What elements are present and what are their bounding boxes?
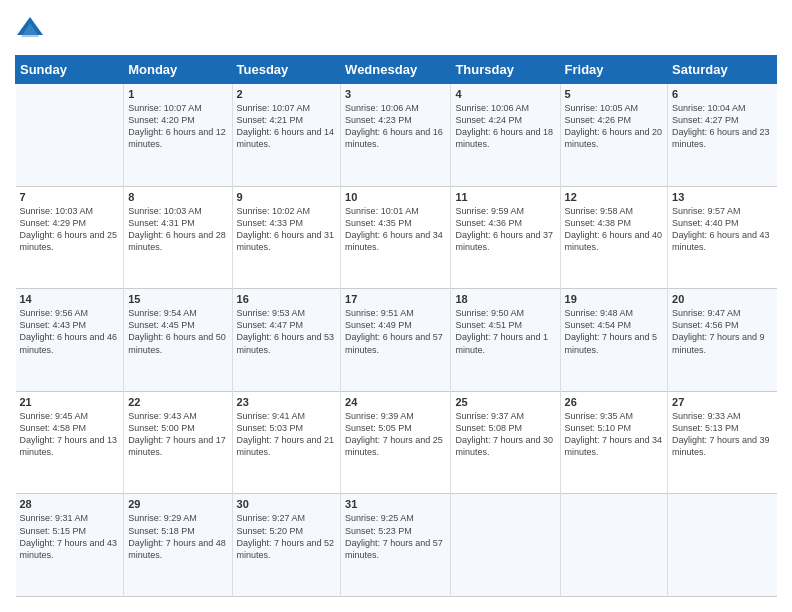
day-info: Sunrise: 9:57 AMSunset: 4:40 PMDaylight:… <box>672 205 772 254</box>
calendar-cell: 4Sunrise: 10:06 AMSunset: 4:24 PMDayligh… <box>451 84 560 187</box>
weekday-wednesday: Wednesday <box>341 56 451 84</box>
weekday-row: SundayMondayTuesdayWednesdayThursdayFrid… <box>16 56 777 84</box>
calendar-cell: 2Sunrise: 10:07 AMSunset: 4:21 PMDayligh… <box>232 84 341 187</box>
day-info: Sunrise: 10:04 AMSunset: 4:27 PMDaylight… <box>672 102 772 151</box>
calendar-cell: 31Sunrise: 9:25 AMSunset: 5:23 PMDayligh… <box>341 494 451 597</box>
day-info: Sunrise: 9:51 AMSunset: 4:49 PMDaylight:… <box>345 307 446 356</box>
logo-icon <box>15 15 45 45</box>
day-info: Sunrise: 9:35 AMSunset: 5:10 PMDaylight:… <box>565 410 664 459</box>
calendar-cell: 26Sunrise: 9:35 AMSunset: 5:10 PMDayligh… <box>560 391 668 494</box>
calendar-body: 1Sunrise: 10:07 AMSunset: 4:20 PMDayligh… <box>16 84 777 597</box>
calendar-cell: 8Sunrise: 10:03 AMSunset: 4:31 PMDayligh… <box>124 186 232 289</box>
day-info: Sunrise: 9:54 AMSunset: 4:45 PMDaylight:… <box>128 307 227 356</box>
day-number: 15 <box>128 293 227 305</box>
week-row-4: 28Sunrise: 9:31 AMSunset: 5:15 PMDayligh… <box>16 494 777 597</box>
calendar-cell: 5Sunrise: 10:05 AMSunset: 4:26 PMDayligh… <box>560 84 668 187</box>
calendar-cell: 18Sunrise: 9:50 AMSunset: 4:51 PMDayligh… <box>451 289 560 392</box>
calendar-cell: 23Sunrise: 9:41 AMSunset: 5:03 PMDayligh… <box>232 391 341 494</box>
day-number: 9 <box>237 191 337 203</box>
day-number: 26 <box>565 396 664 408</box>
calendar-cell: 1Sunrise: 10:07 AMSunset: 4:20 PMDayligh… <box>124 84 232 187</box>
day-number: 16 <box>237 293 337 305</box>
day-info: Sunrise: 10:03 AMSunset: 4:31 PMDaylight… <box>128 205 227 254</box>
day-number: 22 <box>128 396 227 408</box>
calendar-cell: 12Sunrise: 9:58 AMSunset: 4:38 PMDayligh… <box>560 186 668 289</box>
day-info: Sunrise: 9:31 AMSunset: 5:15 PMDaylight:… <box>20 512 120 561</box>
calendar-cell: 10Sunrise: 10:01 AMSunset: 4:35 PMDaylig… <box>341 186 451 289</box>
header <box>15 15 777 45</box>
day-number: 2 <box>237 88 337 100</box>
day-info: Sunrise: 10:01 AMSunset: 4:35 PMDaylight… <box>345 205 446 254</box>
calendar-cell: 15Sunrise: 9:54 AMSunset: 4:45 PMDayligh… <box>124 289 232 392</box>
day-number: 31 <box>345 498 446 510</box>
calendar-cell: 16Sunrise: 9:53 AMSunset: 4:47 PMDayligh… <box>232 289 341 392</box>
calendar-cell: 28Sunrise: 9:31 AMSunset: 5:15 PMDayligh… <box>16 494 124 597</box>
day-info: Sunrise: 10:05 AMSunset: 4:26 PMDaylight… <box>565 102 664 151</box>
calendar-cell: 30Sunrise: 9:27 AMSunset: 5:20 PMDayligh… <box>232 494 341 597</box>
day-info: Sunrise: 10:06 AMSunset: 4:23 PMDaylight… <box>345 102 446 151</box>
day-number: 27 <box>672 396 772 408</box>
calendar-table: SundayMondayTuesdayWednesdayThursdayFrid… <box>15 55 777 597</box>
weekday-friday: Friday <box>560 56 668 84</box>
day-number: 4 <box>455 88 555 100</box>
calendar-cell: 29Sunrise: 9:29 AMSunset: 5:18 PMDayligh… <box>124 494 232 597</box>
day-info: Sunrise: 9:27 AMSunset: 5:20 PMDaylight:… <box>237 512 337 561</box>
week-row-0: 1Sunrise: 10:07 AMSunset: 4:20 PMDayligh… <box>16 84 777 187</box>
calendar-cell: 13Sunrise: 9:57 AMSunset: 4:40 PMDayligh… <box>668 186 777 289</box>
day-number: 23 <box>237 396 337 408</box>
calendar-cell: 24Sunrise: 9:39 AMSunset: 5:05 PMDayligh… <box>341 391 451 494</box>
day-info: Sunrise: 9:29 AMSunset: 5:18 PMDaylight:… <box>128 512 227 561</box>
day-number: 28 <box>20 498 120 510</box>
calendar-cell: 22Sunrise: 9:43 AMSunset: 5:00 PMDayligh… <box>124 391 232 494</box>
weekday-monday: Monday <box>124 56 232 84</box>
day-info: Sunrise: 9:45 AMSunset: 4:58 PMDaylight:… <box>20 410 120 459</box>
day-info: Sunrise: 9:58 AMSunset: 4:38 PMDaylight:… <box>565 205 664 254</box>
calendar-header: SundayMondayTuesdayWednesdayThursdayFrid… <box>16 56 777 84</box>
calendar-cell: 17Sunrise: 9:51 AMSunset: 4:49 PMDayligh… <box>341 289 451 392</box>
calendar-cell: 11Sunrise: 9:59 AMSunset: 4:36 PMDayligh… <box>451 186 560 289</box>
calendar-cell: 7Sunrise: 10:03 AMSunset: 4:29 PMDayligh… <box>16 186 124 289</box>
weekday-saturday: Saturday <box>668 56 777 84</box>
day-number: 17 <box>345 293 446 305</box>
week-row-2: 14Sunrise: 9:56 AMSunset: 4:43 PMDayligh… <box>16 289 777 392</box>
day-info: Sunrise: 9:47 AMSunset: 4:56 PMDaylight:… <box>672 307 772 356</box>
calendar-cell: 20Sunrise: 9:47 AMSunset: 4:56 PMDayligh… <box>668 289 777 392</box>
day-info: Sunrise: 9:43 AMSunset: 5:00 PMDaylight:… <box>128 410 227 459</box>
week-row-3: 21Sunrise: 9:45 AMSunset: 4:58 PMDayligh… <box>16 391 777 494</box>
day-info: Sunrise: 9:50 AMSunset: 4:51 PMDaylight:… <box>455 307 555 356</box>
weekday-thursday: Thursday <box>451 56 560 84</box>
weekday-tuesday: Tuesday <box>232 56 341 84</box>
day-number: 10 <box>345 191 446 203</box>
calendar-cell: 25Sunrise: 9:37 AMSunset: 5:08 PMDayligh… <box>451 391 560 494</box>
calendar-cell <box>451 494 560 597</box>
calendar-cell: 21Sunrise: 9:45 AMSunset: 4:58 PMDayligh… <box>16 391 124 494</box>
calendar-cell <box>16 84 124 187</box>
day-number: 21 <box>20 396 120 408</box>
day-info: Sunrise: 10:06 AMSunset: 4:24 PMDaylight… <box>455 102 555 151</box>
page: SundayMondayTuesdayWednesdayThursdayFrid… <box>0 0 792 612</box>
day-number: 6 <box>672 88 772 100</box>
day-number: 1 <box>128 88 227 100</box>
calendar-cell: 6Sunrise: 10:04 AMSunset: 4:27 PMDayligh… <box>668 84 777 187</box>
day-info: Sunrise: 9:37 AMSunset: 5:08 PMDaylight:… <box>455 410 555 459</box>
day-info: Sunrise: 10:07 AMSunset: 4:20 PMDaylight… <box>128 102 227 151</box>
day-number: 8 <box>128 191 227 203</box>
day-number: 7 <box>20 191 120 203</box>
day-number: 14 <box>20 293 120 305</box>
day-info: Sunrise: 9:59 AMSunset: 4:36 PMDaylight:… <box>455 205 555 254</box>
calendar-cell: 3Sunrise: 10:06 AMSunset: 4:23 PMDayligh… <box>341 84 451 187</box>
day-number: 20 <box>672 293 772 305</box>
day-info: Sunrise: 9:56 AMSunset: 4:43 PMDaylight:… <box>20 307 120 356</box>
calendar-cell: 9Sunrise: 10:02 AMSunset: 4:33 PMDayligh… <box>232 186 341 289</box>
day-info: Sunrise: 10:02 AMSunset: 4:33 PMDaylight… <box>237 205 337 254</box>
day-number: 25 <box>455 396 555 408</box>
week-row-1: 7Sunrise: 10:03 AMSunset: 4:29 PMDayligh… <box>16 186 777 289</box>
day-number: 11 <box>455 191 555 203</box>
day-number: 30 <box>237 498 337 510</box>
day-info: Sunrise: 10:03 AMSunset: 4:29 PMDaylight… <box>20 205 120 254</box>
day-info: Sunrise: 9:41 AMSunset: 5:03 PMDaylight:… <box>237 410 337 459</box>
calendar: SundayMondayTuesdayWednesdayThursdayFrid… <box>15 55 777 597</box>
calendar-cell <box>668 494 777 597</box>
weekday-sunday: Sunday <box>16 56 124 84</box>
calendar-cell <box>560 494 668 597</box>
